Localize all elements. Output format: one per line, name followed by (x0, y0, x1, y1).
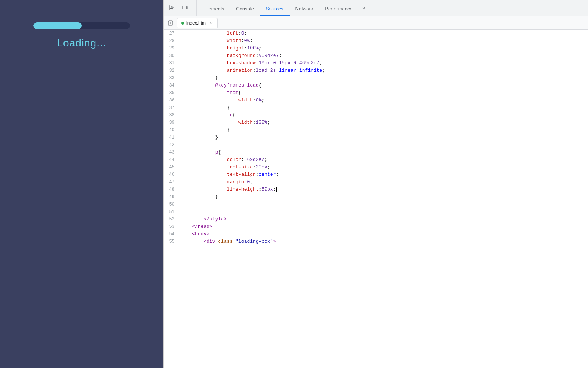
line-content: background:#69d2e7; (180, 52, 588, 59)
css-hex-color: #69d2e7 (259, 53, 279, 58)
table-row: 49 } (164, 193, 588, 201)
line-number: 35 (164, 89, 180, 97)
css-property: left (227, 30, 238, 36)
devtools-tabs: ElementsConsoleSourcesNetworkPerformance (197, 0, 359, 16)
line-content: } (180, 193, 588, 201)
code-punct: : (238, 30, 241, 36)
inspect-icon[interactable] (167, 3, 177, 13)
code-punct: } (215, 75, 218, 81)
line-number: 43 (164, 149, 180, 156)
line-content: animation:load 2s linear infinite; (180, 67, 588, 74)
code-punct: ; (264, 157, 267, 162)
line-number: 37 (164, 104, 180, 112)
line-number: 50 (164, 201, 180, 208)
device-toggle-icon[interactable] (180, 3, 190, 13)
code-punct: { (259, 83, 262, 88)
table-row: 53 </head> (164, 223, 588, 230)
css-value: 0% (256, 97, 262, 103)
table-row: 37 } (164, 104, 588, 112)
tab-console[interactable]: Console (230, 0, 260, 16)
table-row: 40 } (164, 126, 588, 134)
more-tabs-button[interactable]: » (359, 0, 369, 16)
css-hex-color: #69d2e7 (299, 60, 320, 66)
table-row: 45 font-size:20px; (164, 164, 588, 171)
file-tab-close-button[interactable]: × (209, 20, 214, 26)
code-punct: { (232, 112, 235, 118)
table-row: 29 height:100%; (164, 45, 588, 52)
code-punct: : (241, 157, 244, 162)
progress-bar-fill (33, 22, 82, 29)
file-tab-name: index.html (186, 20, 207, 26)
code-punct: ; (273, 187, 276, 192)
progress-bar-container (33, 22, 130, 29)
code-punct: : (253, 164, 256, 170)
table-row: 32 animation:load 2s linear infinite; (164, 67, 588, 74)
table-row: 42 (164, 141, 588, 149)
line-content: left:0; (180, 30, 588, 37)
line-number: 31 (164, 59, 180, 67)
css-property: width (238, 97, 253, 103)
svg-marker-3 (170, 22, 172, 24)
file-tab-index-html[interactable]: index.html × (177, 18, 218, 28)
css-value: 100% (256, 120, 267, 125)
html-tag: </head> (192, 224, 212, 229)
code-punct: ; (267, 120, 270, 125)
line-content: <div class="loading-box"> (180, 238, 588, 245)
table-row: 55 <div class="loading-box"> (164, 238, 588, 245)
table-row: 28 width:0%; (164, 37, 588, 45)
line-number: 36 (164, 97, 180, 104)
code-punct: : (256, 60, 259, 66)
css-value: 0 (241, 30, 244, 36)
line-number: 48 (164, 186, 180, 193)
line-number: 47 (164, 178, 180, 186)
loading-text: Loading... (57, 37, 107, 49)
code-punct: } (215, 135, 218, 140)
line-number: 32 (164, 67, 180, 74)
css-value: 50px (261, 187, 273, 192)
line-number: 33 (164, 74, 180, 82)
table-row: 33 } (164, 74, 588, 82)
line-content: } (180, 104, 588, 112)
table-row: 44 color:#69d2e7; (164, 156, 588, 164)
css-hex-color: #69d2e7 (244, 157, 265, 162)
html-tag: </style> (203, 216, 226, 222)
code-punct: } (215, 194, 218, 200)
line-number: 55 (164, 238, 180, 245)
svg-rect-1 (186, 7, 188, 9)
code-punct: : (256, 172, 259, 177)
table-row: 51 (164, 208, 588, 216)
css-selector: to (227, 112, 233, 118)
table-row: 48 line-height:50px; (164, 186, 588, 193)
tab-sources[interactable]: Sources (260, 0, 290, 16)
table-row: 31 box-shadow:10px 0 15px 0 #69d2e7; (164, 59, 588, 67)
table-row: 50 (164, 201, 588, 208)
file-tabs-bar: index.html × (164, 16, 588, 30)
css-selector: load (244, 83, 259, 88)
css-property: line-height (227, 187, 259, 192)
code-punct: } (227, 127, 230, 133)
table-row: 39 width:100%; (164, 119, 588, 126)
css-atrule: @keyframes (215, 83, 244, 88)
html-attr: class (218, 239, 232, 244)
line-content: </style> (180, 216, 588, 223)
line-number: 40 (164, 126, 180, 134)
code-editor[interactable]: 27 left:0;28 width:0%;29 height:100%;30 … (164, 30, 588, 368)
line-content: } (180, 134, 588, 141)
css-keyword: infinite (299, 68, 322, 73)
line-content: height:100%; (180, 45, 588, 52)
table-row: 52 </style> (164, 216, 588, 223)
tab-elements[interactable]: Elements (198, 0, 230, 16)
line-number: 51 (164, 208, 180, 216)
css-value (296, 68, 299, 73)
code-punct: ; (319, 60, 322, 66)
code-punct: : (253, 120, 256, 125)
html-string: "loading-box" (235, 239, 273, 244)
tab-network[interactable]: Network (290, 0, 319, 16)
table-row: 41 } (164, 134, 588, 141)
left-panel-preview: Loading... (0, 0, 163, 368)
tab-performance[interactable]: Performance (319, 0, 358, 16)
table-row: 35 from{ (164, 89, 588, 97)
play-resume-button[interactable] (165, 18, 176, 28)
devtools-icons (167, 0, 197, 16)
line-content: to{ (180, 112, 588, 119)
